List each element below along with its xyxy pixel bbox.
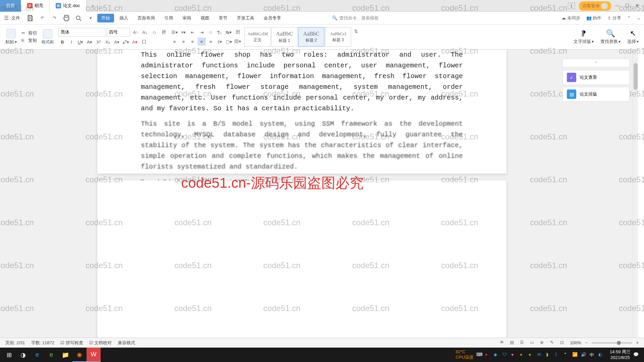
ie-icon[interactable]: e — [30, 348, 44, 362]
start-button[interactable]: ⊞ — [2, 348, 16, 362]
vertical-scrollbar[interactable] — [633, 50, 638, 344]
fit-icon[interactable]: ⊡ — [560, 340, 566, 346]
tab-add[interactable]: + — [87, 0, 100, 12]
tab-button[interactable]: ↹▾ — [225, 28, 233, 36]
tab-daoke[interactable]: D稻壳 — [21, 0, 50, 12]
window-count-badge[interactable]: 1 — [568, 3, 575, 9]
text-effect-button[interactable]: A▾ — [113, 38, 121, 46]
tray-wifi-icon[interactable]: 📶 — [572, 352, 578, 358]
page-1[interactable]: This online flower shop has two roles: a… — [97, 50, 506, 174]
taskview-icon[interactable]: ◑ — [16, 348, 30, 362]
tray-blue1-icon[interactable]: ◆ — [494, 352, 500, 358]
style-h1[interactable]: AaBbC标题 1 — [271, 27, 298, 47]
tray-shield-icon[interactable]: 🛡 — [502, 352, 508, 358]
tray-orange-icon[interactable]: ● — [520, 352, 526, 358]
menu-member[interactable]: 会员专享 — [260, 14, 285, 22]
tray-bluetooth-icon[interactable]: ᛒ — [555, 352, 561, 358]
align-center-button[interactable]: ≡ — [179, 38, 187, 46]
grow-font-icon[interactable]: A↑ — [131, 28, 140, 36]
indent-inc-button[interactable]: ⇥ — [198, 28, 206, 36]
align-distribute-button[interactable]: ≡ — [207, 38, 215, 46]
proof-toggle[interactable]: ☑ 文档校对 — [89, 340, 112, 346]
borders-button[interactable]: 田▾ — [234, 38, 242, 46]
zoom-out-button[interactable]: − — [585, 340, 588, 345]
taskbar-clock[interactable]: 14:59 周三2021/8/25 — [610, 349, 631, 361]
command-search[interactable]: 🔍 查找命令、搜索模板 — [332, 15, 379, 21]
subscript-button[interactable]: X₂ — [104, 38, 112, 46]
coop-button[interactable]: 👥 协作 — [586, 15, 602, 21]
style-h3[interactable]: AaBbCcI标题 3 — [325, 27, 351, 47]
zoom-slider[interactable] — [592, 342, 632, 344]
line-spacing-button[interactable]: ‡▾ — [216, 38, 224, 46]
underline-button[interactable]: U▾ — [76, 38, 85, 46]
shrink-font-icon[interactable]: A↓ — [141, 28, 149, 36]
tab-document[interactable]: W论文.doc — [50, 0, 87, 12]
maximize-button[interactable]: ☐ — [625, 3, 631, 9]
font-name-select[interactable] — [58, 28, 105, 37]
tray-keyboard-icon[interactable]: ⌨ — [476, 352, 482, 358]
eye-icon[interactable]: 👁 — [500, 340, 506, 346]
ribbon-options-icon[interactable]: ⌄ — [637, 15, 641, 20]
tray-pink-icon[interactable]: ● — [511, 352, 517, 358]
side-collapse-button[interactable]: ⌃ — [562, 59, 630, 67]
strike-button[interactable]: A̶▾ — [86, 38, 94, 46]
guest-login-button[interactable]: 访客登录 — [579, 1, 611, 11]
zoom-level[interactable]: 100% — [570, 340, 581, 345]
wps-icon[interactable]: W — [87, 348, 101, 362]
close-button[interactable]: ✕ — [635, 3, 641, 9]
cpu-temp-label[interactable]: 82°CCPU温度 — [455, 349, 473, 360]
tray-volume-icon[interactable]: 🔊 — [581, 352, 587, 358]
web-view-icon[interactable]: ⊕ — [540, 340, 546, 346]
zoom-in-button[interactable]: + — [636, 340, 639, 345]
menu-insert[interactable]: 插入 — [115, 14, 132, 22]
cut-button[interactable]: ✂剪切 — [21, 30, 37, 36]
tab-home[interactable]: 首页 — [0, 0, 21, 12]
text-layout-button[interactable]: ⁋文字排版▾ — [572, 29, 596, 45]
notification-icon[interactable]: 💬 — [633, 352, 639, 358]
outline-view-icon[interactable]: ☰ — [520, 340, 526, 346]
paste-icon[interactable] — [6, 29, 16, 38]
sync-status[interactable]: ☁ 未同步 — [561, 15, 580, 21]
menu-start[interactable]: 开始 — [97, 14, 114, 22]
menu-devtools[interactable]: 开发工具 — [233, 14, 258, 22]
phonetic-icon[interactable]: 拼 — [160, 28, 168, 36]
menu-chapter[interactable]: 章节 — [215, 14, 231, 22]
tray-ime-icon[interactable]: 中 — [590, 352, 596, 358]
superscript-button[interactable]: X² — [95, 38, 103, 46]
highlight-button[interactable]: 🖍▾ — [122, 38, 130, 46]
font-color-button[interactable]: A▾ — [131, 38, 139, 46]
align-left-button[interactable]: ≡ — [170, 38, 178, 46]
find-replace-button[interactable]: 🔍查找替换▾ — [598, 29, 623, 45]
shading-button[interactable]: ▢▾ — [225, 38, 233, 46]
sort-button[interactable]: ☆ — [207, 28, 215, 36]
scrollbar-thumb[interactable] — [634, 63, 638, 90]
tray-chevron-icon[interactable]: ⌃ — [564, 352, 570, 358]
menu-pagelayout[interactable]: 页面布局 — [133, 14, 159, 22]
share-button[interactable]: ⇪ 分享 — [607, 15, 621, 21]
print-preview-icon[interactable] — [75, 14, 82, 22]
save-icon[interactable] — [26, 14, 34, 22]
tray-mail-icon[interactable]: ✉ — [537, 352, 543, 358]
menu-reference[interactable]: 引用 — [160, 14, 177, 22]
select-button[interactable]: ↖选择▾ — [625, 29, 641, 45]
collapse-ribbon-icon[interactable]: ⌃ — [627, 15, 631, 20]
border-para-button[interactable]: 田 — [234, 28, 242, 36]
qat-dropdown-icon[interactable]: ▾ — [87, 14, 94, 22]
copy-button[interactable]: ⎘复制 — [21, 38, 37, 44]
bullets-button[interactable]: ☰▾ — [170, 28, 178, 36]
redo-icon[interactable]: ↷ — [51, 14, 58, 22]
undo-icon[interactable]: ↶ — [39, 14, 46, 22]
minimize-button[interactable]: — — [615, 3, 621, 9]
styles-more-icon[interactable]: ⇅ — [352, 27, 360, 35]
paste-label[interactable]: 粘贴▾ — [5, 39, 17, 45]
explorer-icon[interactable]: 📁 — [58, 348, 72, 362]
read-view-icon[interactable]: ▭ — [530, 340, 536, 346]
tray-red-icon[interactable]: ● — [485, 352, 491, 358]
page-view-icon[interactable]: ▤ — [510, 340, 516, 346]
word-count[interactable]: 字数: 11672 — [31, 340, 54, 346]
edge-icon[interactable]: e — [44, 348, 58, 362]
clear-format-icon[interactable]: ◇ — [150, 28, 158, 36]
style-body[interactable]: AaBbCcDd正文 — [245, 27, 271, 47]
file-menu[interactable]: 文件 — [11, 15, 20, 21]
page-2[interactable] — [97, 180, 506, 344]
